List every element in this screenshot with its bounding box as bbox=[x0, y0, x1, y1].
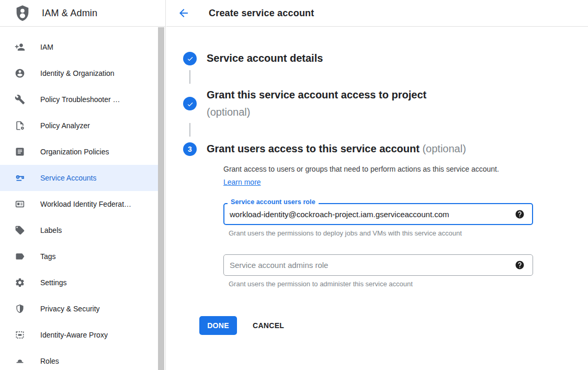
users-role-input[interactable] bbox=[230, 210, 510, 219]
sidebar-item-identity-aware-proxy[interactable]: Identity-Aware Proxy bbox=[0, 322, 158, 348]
sidebar-item-iam[interactable]: IAM bbox=[0, 34, 158, 60]
sidebar-scrollbar-thumb[interactable] bbox=[158, 27, 164, 370]
users-role-helper-text: Grant users the permissions to deploy jo… bbox=[229, 229, 588, 237]
sidebar-item-label: Service Accounts bbox=[40, 174, 96, 182]
app-title: IAM & Admin bbox=[42, 8, 97, 19]
back-arrow-icon[interactable] bbox=[177, 7, 190, 19]
sidebar-item-label: Policy Troubleshooter … bbox=[40, 95, 120, 104]
iam-admin-shield-icon bbox=[14, 3, 31, 24]
sidebar-item-privacy-security[interactable]: Privacy & Security bbox=[0, 296, 158, 322]
person-add-icon bbox=[15, 42, 25, 52]
step-title: Grant users access to this service accou… bbox=[207, 140, 466, 158]
hat-icon bbox=[15, 356, 25, 366]
sidebar-item-label: Organization Policies bbox=[40, 148, 109, 156]
sidebar-item-label: Identity & Organization bbox=[40, 69, 115, 77]
help-icon[interactable] bbox=[515, 209, 525, 219]
learn-more-link[interactable]: Learn more bbox=[223, 178, 261, 186]
step-title-line: Grant this service account access to pro… bbox=[207, 86, 426, 104]
step3-description: Grant access to users or groups that nee… bbox=[223, 163, 516, 189]
admins-role-field-wrap bbox=[223, 254, 533, 276]
sidebar-item-label: Roles bbox=[40, 357, 59, 365]
step-title: Grant this service account access to pro… bbox=[207, 86, 426, 121]
sidebar-item-label: IAM bbox=[40, 43, 53, 51]
sidebar-item-labels[interactable]: Labels bbox=[0, 217, 158, 243]
step-number-badge: 3 bbox=[183, 142, 197, 156]
step-complete-check-icon bbox=[183, 97, 197, 110]
sidebar-item-label: Identity-Aware Proxy bbox=[40, 331, 108, 339]
stepper: Service account details Grant this servi… bbox=[183, 50, 588, 335]
policy-analyzer-icon bbox=[15, 120, 25, 131]
admins-role-field bbox=[223, 254, 533, 276]
tag-arrow-icon bbox=[15, 251, 25, 262]
shield-half-icon bbox=[15, 304, 25, 314]
sidebar-item-organization-policies[interactable]: Organization Policies bbox=[0, 139, 158, 165]
page-title: Create service account bbox=[209, 8, 314, 19]
step-service-account-details[interactable]: Service account details bbox=[183, 50, 588, 67]
main-panel: Create service account Service account d… bbox=[166, 0, 588, 370]
users-role-field-label: Service account users role bbox=[228, 198, 319, 206]
sidebar-item-workload-identity-federation[interactable]: Workload Identity Federat… bbox=[0, 191, 158, 217]
sidebar-item-identity-organization[interactable]: Identity & Organization bbox=[0, 60, 158, 86]
sidebar-nav: IAM Identity & Organization Policy Troub… bbox=[0, 27, 158, 370]
sidebar-item-label: Settings bbox=[40, 278, 67, 287]
users-role-field-wrap: Service account users role bbox=[223, 203, 533, 225]
step-connector bbox=[189, 123, 190, 137]
step-optional-label: (optional) bbox=[422, 143, 466, 154]
step-connector bbox=[189, 70, 190, 84]
sidebar: IAM & Admin IAM Identity & Organization … bbox=[0, 0, 166, 370]
users-role-field bbox=[223, 203, 533, 225]
sidebar-item-label: Policy Analyzer bbox=[40, 121, 90, 130]
sidebar-item-tags[interactable]: Tags bbox=[0, 243, 158, 270]
step3-body: Grant access to users or groups that nee… bbox=[223, 163, 588, 288]
step-complete-check-icon bbox=[183, 52, 197, 65]
admins-role-input[interactable] bbox=[230, 261, 510, 270]
step3-actions: DONE CANCEL bbox=[199, 316, 588, 335]
step-optional-label: (optional) bbox=[207, 104, 426, 121]
step-grant-access-to-project[interactable]: Grant this service account access to pro… bbox=[183, 86, 588, 121]
sidebar-item-label: Tags bbox=[40, 252, 56, 261]
sidebar-item-policy-troubleshooter[interactable]: Policy Troubleshooter … bbox=[0, 86, 158, 113]
step-title: Service account details bbox=[207, 50, 323, 67]
label-icon bbox=[15, 225, 25, 236]
account-circle-icon bbox=[15, 68, 25, 79]
help-icon[interactable] bbox=[515, 260, 525, 270]
admins-role-helper-text: Grant users the permission to administer… bbox=[229, 280, 588, 288]
document-lines-icon bbox=[15, 147, 25, 157]
sidebar-item-policy-analyzer[interactable]: Policy Analyzer bbox=[0, 113, 158, 139]
step-grant-users-access[interactable]: 3 Grant users access to this service acc… bbox=[183, 140, 588, 158]
service-account-icon bbox=[15, 173, 25, 183]
sidebar-item-service-accounts[interactable]: Service Accounts bbox=[0, 165, 158, 191]
sidebar-header: IAM & Admin bbox=[0, 0, 165, 27]
content: Service account details Grant this servi… bbox=[166, 50, 588, 335]
gear-icon bbox=[15, 277, 25, 288]
page-header: Create service account bbox=[166, 0, 588, 27]
wrench-icon bbox=[15, 94, 25, 105]
proxy-icon bbox=[15, 330, 25, 340]
card-icon bbox=[15, 199, 25, 209]
sidebar-item-label: Labels bbox=[40, 226, 62, 234]
sidebar-item-roles[interactable]: Roles bbox=[0, 348, 158, 370]
sidebar-item-settings[interactable]: Settings bbox=[0, 270, 158, 296]
done-button[interactable]: DONE bbox=[199, 316, 237, 335]
cancel-button[interactable]: CANCEL bbox=[253, 321, 284, 330]
sidebar-item-label: Workload Identity Federat… bbox=[40, 200, 131, 208]
sidebar-item-label: Privacy & Security bbox=[40, 305, 100, 313]
